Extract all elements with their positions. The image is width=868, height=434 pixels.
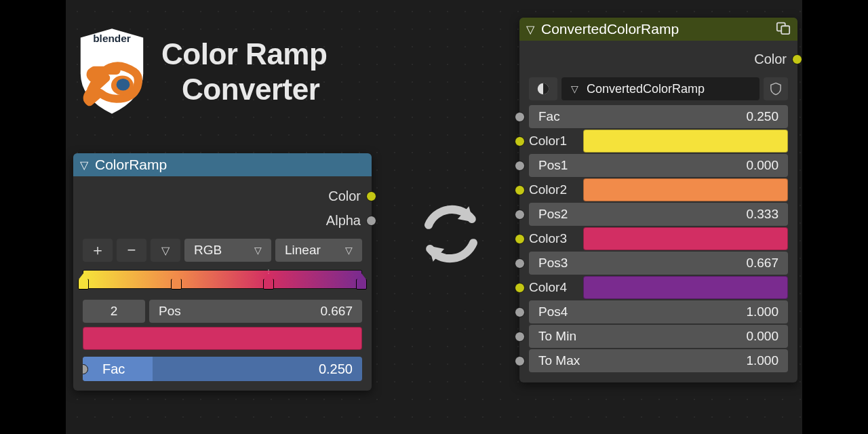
remove-stop-button[interactable]: − xyxy=(117,239,146,262)
gradient-stop-handle[interactable] xyxy=(356,279,367,290)
socket-dot-icon[interactable] xyxy=(515,258,525,269)
input-label: Pos3 xyxy=(538,256,568,271)
chevron-down-icon: ▽ xyxy=(161,244,170,257)
number-input-field[interactable]: Fac0.250 xyxy=(529,105,788,128)
color-swatch-input[interactable] xyxy=(583,130,788,153)
selected-stop-color-swatch[interactable] xyxy=(83,327,362,350)
number-input-field[interactable]: To Max1.000 xyxy=(529,349,788,372)
selected-stop-index[interactable]: 2 xyxy=(83,300,145,323)
stop-menu-button[interactable]: ▽ xyxy=(151,239,180,262)
blender-logo-text: blender xyxy=(93,33,131,44)
convertedcolorramp-node[interactable]: ▽ ConvertedColorRamp Color ▽ ConvertedCo… xyxy=(519,18,797,382)
value-input-row: Pos30.667 xyxy=(529,251,788,275)
input-label: Fac xyxy=(538,109,560,124)
socket-dot-icon[interactable] xyxy=(515,185,525,195)
blender-logo: blender xyxy=(75,27,149,115)
color-swatch-input[interactable] xyxy=(583,178,788,201)
color-input-row: Color4 xyxy=(529,275,788,300)
input-label: Color3 xyxy=(529,231,576,246)
gradient-bar[interactable] xyxy=(83,270,362,289)
chevron-down-icon: ▽ xyxy=(526,23,534,36)
convertedcolorramp-node-header[interactable]: ▽ ConvertedColorRamp xyxy=(519,18,797,41)
color-swatch-input[interactable] xyxy=(583,276,788,299)
socket-dot-icon[interactable] xyxy=(366,216,376,226)
colorramp-node[interactable]: ▽ ColorRamp Color Alpha ＋ − ▽ RGB ▽ Line… xyxy=(73,153,372,391)
input-label: Color1 xyxy=(529,134,576,149)
convert-icon xyxy=(414,197,488,274)
number-input-field[interactable]: Pos10.000 xyxy=(529,154,788,177)
input-label: Pos1 xyxy=(538,158,568,173)
socket-dot-icon[interactable] xyxy=(515,136,525,146)
output-color-socket[interactable]: Color xyxy=(529,49,788,69)
value-input-row: Pos41.000 xyxy=(529,300,788,324)
number-input-field[interactable]: Pos41.000 xyxy=(529,300,788,323)
color-mode-select[interactable]: RGB ▽ xyxy=(184,239,271,262)
input-value: 0.250 xyxy=(746,109,778,124)
input-value: 0.667 xyxy=(746,256,778,271)
gradient-stop-handle[interactable] xyxy=(171,279,182,290)
value-input-row: To Min0.000 xyxy=(529,324,788,349)
chevron-down-icon: ▽ xyxy=(571,83,578,94)
gradient-stop-handle[interactable] xyxy=(263,279,274,290)
color-swatch-input[interactable] xyxy=(583,227,788,250)
output-color-socket[interactable]: Color xyxy=(83,186,362,206)
node-group-interface-icon[interactable] xyxy=(776,20,791,39)
number-input-field[interactable]: To Min0.000 xyxy=(529,325,788,348)
chevron-down-icon: ▽ xyxy=(80,159,88,172)
socket-dot-icon[interactable] xyxy=(515,234,525,244)
socket-dot-icon[interactable] xyxy=(515,356,525,366)
socket-dot-icon[interactable] xyxy=(515,161,525,171)
value-input-row: Pos20.333 xyxy=(529,202,788,226)
socket-dot-icon[interactable] xyxy=(515,112,525,122)
input-label: Pos4 xyxy=(538,304,568,319)
output-alpha-socket[interactable]: Alpha xyxy=(83,210,362,231)
stop-position-field[interactable]: Pos 0.667 xyxy=(149,300,362,323)
value-input-row: To Max1.000 xyxy=(529,349,788,373)
color-input-row: Color2 xyxy=(529,178,788,202)
input-label: Color4 xyxy=(529,280,576,295)
input-value: 1.000 xyxy=(746,353,778,368)
input-value: 0.000 xyxy=(746,329,778,344)
add-stop-button[interactable]: ＋ xyxy=(83,239,113,262)
interpolation-select[interactable]: Linear ▽ xyxy=(275,239,362,262)
chevron-down-icon: ▽ xyxy=(345,245,353,256)
socket-dot-icon[interactable] xyxy=(366,191,376,201)
node-group-icon[interactable] xyxy=(529,77,557,100)
input-value: 0.333 xyxy=(746,207,778,222)
gradient-stop-handle[interactable] xyxy=(78,279,89,290)
chevron-down-icon: ▽ xyxy=(254,245,262,256)
socket-dot-icon[interactable] xyxy=(515,210,525,220)
input-label: Color2 xyxy=(529,182,576,197)
svg-point-1 xyxy=(117,79,130,91)
value-input-row: Pos10.000 xyxy=(529,153,788,178)
input-label: To Max xyxy=(538,353,580,368)
socket-dot-icon[interactable] xyxy=(515,307,525,317)
socket-dot-icon[interactable] xyxy=(792,54,802,64)
color-input-row: Color3 xyxy=(529,226,788,251)
number-input-field[interactable]: Pos30.667 xyxy=(529,252,788,275)
input-label: Pos2 xyxy=(538,207,568,222)
socket-dot-icon[interactable] xyxy=(515,283,525,293)
svg-rect-3 xyxy=(781,26,789,34)
input-value: 1.000 xyxy=(746,304,778,319)
input-value: 0.000 xyxy=(746,158,778,173)
fac-input-slider[interactable]: Fac 0.250 xyxy=(83,357,362,381)
page-title: Color Ramp Converter xyxy=(161,37,327,107)
socket-dot-icon[interactable] xyxy=(515,332,525,342)
value-input-row: Fac0.250 xyxy=(529,104,788,129)
number-input-field[interactable]: Pos20.333 xyxy=(529,203,788,226)
colorramp-node-header[interactable]: ▽ ColorRamp xyxy=(73,153,372,176)
colorramp-node-title: ColorRamp xyxy=(95,157,167,173)
convertedcolorramp-node-title: ConvertedColorRamp xyxy=(541,21,679,37)
input-label: To Min xyxy=(538,329,576,344)
node-group-name-field[interactable]: ▽ ConvertedColorRamp xyxy=(561,77,760,100)
color-input-row: Color1 xyxy=(529,129,788,153)
fake-user-shield-button[interactable] xyxy=(764,77,788,100)
